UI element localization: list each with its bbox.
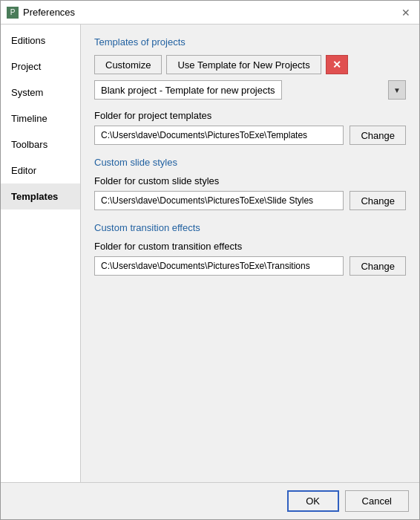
dropdown-arrow-icon[interactable]: ▼ (388, 80, 406, 100)
folder-templates-input[interactable] (94, 126, 344, 145)
template-dropdown-wrapper: Blank project - Template for new project… (94, 80, 406, 100)
dialog-footer: OK Cancel (1, 482, 419, 519)
template-dropdown[interactable]: Blank project - Template for new project… (94, 80, 282, 100)
folder-templates-label: Folder for project templates (94, 110, 406, 121)
custom-transition-section-title: Custom transition effects (94, 222, 406, 233)
change-templates-button[interactable]: Change (350, 126, 406, 145)
close-button[interactable]: ✕ (398, 5, 413, 20)
cancel-button[interactable]: Cancel (345, 490, 409, 512)
dialog-title: Preferences (23, 7, 75, 18)
change-transition-button[interactable]: Change (350, 256, 406, 276)
title-bar-left: P Preferences (7, 7, 75, 19)
sidebar-item-editions[interactable]: Editions (1, 27, 80, 53)
folder-slide-row: Change (94, 191, 406, 210)
content-area: Editions Project System Timeline Toolbar… (1, 25, 419, 482)
customize-button[interactable]: Customize (94, 55, 162, 74)
folder-slide-input[interactable] (94, 191, 344, 210)
sidebar-item-project[interactable]: Project (1, 53, 80, 79)
folder-transition-input[interactable] (94, 256, 344, 276)
use-template-button[interactable]: Use Template for New Projects (166, 55, 321, 74)
template-buttons-row: Customize Use Template for New Projects … (94, 55, 406, 74)
sidebar-item-timeline[interactable]: Timeline (1, 105, 80, 131)
sidebar-item-templates[interactable]: Templates (1, 183, 80, 209)
main-panel: Templates of projects Customize Use Temp… (81, 25, 419, 482)
templates-section-title: Templates of projects (94, 36, 406, 48)
folder-transition-row: Change (94, 256, 406, 276)
custom-slide-section-title: Custom slide styles (94, 157, 406, 168)
sidebar-item-editor[interactable]: Editor (1, 157, 80, 183)
sidebar-item-toolbars[interactable]: Toolbars (1, 131, 80, 157)
x-icon: ✕ (332, 59, 341, 71)
preferences-dialog: P Preferences ✕ Editions Project System … (0, 0, 420, 520)
folder-templates-row: Change (94, 126, 406, 145)
change-slide-button[interactable]: Change (350, 191, 406, 210)
app-icon: P (7, 7, 19, 19)
ok-button[interactable]: OK (287, 490, 339, 512)
template-dropdown-row: Blank project - Template for new project… (94, 80, 406, 100)
title-bar: P Preferences ✕ (1, 1, 419, 25)
sidebar: Editions Project System Timeline Toolbar… (1, 25, 81, 482)
delete-template-button[interactable]: ✕ (326, 55, 348, 74)
sidebar-item-system[interactable]: System (1, 79, 80, 105)
folder-slide-label: Folder for custom slide styles (94, 175, 406, 186)
folder-transition-label: Folder for custom transition effects (94, 241, 406, 252)
